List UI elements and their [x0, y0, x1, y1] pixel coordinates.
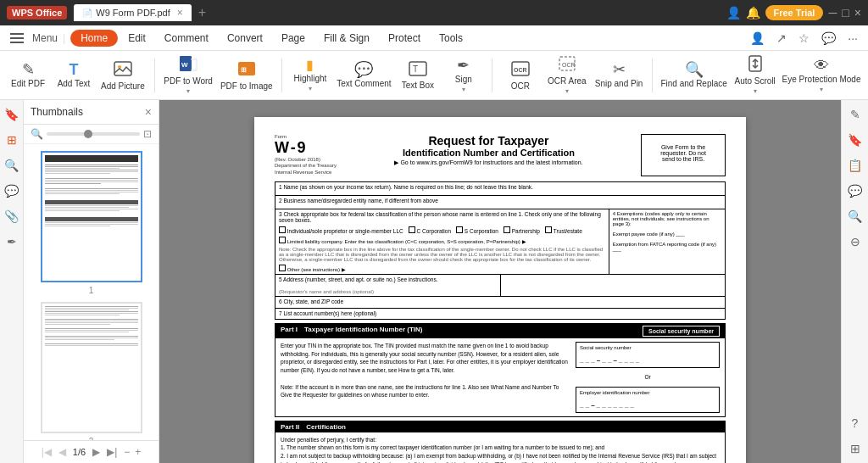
share-icon[interactable]: ↗: [773, 30, 790, 47]
thumbnail-page-2[interactable]: 2: [31, 302, 152, 440]
ocr-area-button[interactable]: OCR OCR Area ▾: [545, 52, 589, 98]
pdf-ein-dashes: _ _–_ _ _ _ _ _ _: [580, 400, 715, 410]
menu-comment[interactable]: Comment: [156, 29, 217, 47]
auto-scroll-button[interactable]: Auto Scroll ▾: [732, 52, 778, 98]
hamburger-menu[interactable]: [7, 30, 27, 47]
pdf-requester-field: [501, 275, 726, 296]
pdf-checkbox-trust[interactable]: [545, 226, 552, 233]
add-picture-button[interactable]: Add Picture: [98, 57, 147, 94]
add-tab-button[interactable]: +: [195, 5, 209, 20]
close-button[interactable]: ×: [854, 6, 861, 20]
snip-pin-button[interactable]: ✂ Snip and Pin: [593, 59, 645, 92]
snip-pin-label: Snip and Pin: [595, 79, 643, 88]
ellipsis-icon[interactable]: ···: [844, 30, 861, 47]
menu-label[interactable]: Menu: [32, 32, 58, 44]
pdf-field-1: 1 Name (as shown on your income tax retu…: [275, 182, 725, 196]
zoom-slider[interactable]: [47, 132, 140, 136]
free-trial-button[interactable]: Free Trial: [765, 5, 824, 20]
pdf-header: Form W-9 (Rev. October 2018) Department …: [275, 134, 726, 176]
comment-sidebar-icon[interactable]: 💬: [2, 181, 21, 200]
menu-home[interactable]: Home: [70, 30, 118, 47]
find-replace-button[interactable]: 🔍 Find and Replace: [659, 59, 728, 92]
thumbnails-list: 1: [24, 144, 159, 440]
pdf-to-image-button[interactable]: ⊞ PDF to Image: [218, 57, 275, 94]
bookmark-icon[interactable]: 🔖: [2, 105, 21, 124]
text-box-button[interactable]: T Text Box: [397, 58, 439, 93]
menu-protect[interactable]: Protect: [380, 29, 429, 47]
right-zoom-in-icon[interactable]: 🔍: [845, 207, 865, 226]
ocr-area-arrow: ▾: [565, 87, 569, 95]
wps-logo[interactable]: WPS Office: [7, 6, 67, 20]
pdf-title-main: Request for Taxpayer: [343, 134, 634, 148]
pdf-city-field: 6 City, state, and ZIP code: [275, 297, 725, 309]
text-comment-label: Text Comment: [337, 79, 391, 88]
menu-edit[interactable]: Edit: [120, 29, 154, 47]
pdf-checkbox-s-corp[interactable]: [456, 226, 463, 233]
chat-icon[interactable]: 💬: [818, 30, 839, 47]
pdf-ein-field: Employer identification number _ _–_ _ _…: [576, 387, 720, 413]
signature-icon[interactable]: ✒: [4, 232, 19, 251]
tab-close-icon[interactable]: ×: [177, 7, 183, 19]
menu-convert[interactable]: Convert: [219, 29, 271, 47]
reduce-thumbnail-button[interactable]: −: [124, 446, 130, 458]
menu-page[interactable]: Page: [273, 29, 314, 47]
pdf-ssn-field: Social security number _ _ _–_ _–_ _ _ _: [576, 342, 720, 368]
zoom-expand-icon[interactable]: ⊡: [143, 128, 152, 140]
pdf-checkbox-llc[interactable]: [279, 237, 286, 243]
pdf-to-word-button[interactable]: W PDF to Word ▾: [162, 52, 215, 98]
right-edit-icon[interactable]: ✎: [848, 105, 863, 124]
thumbnails-close-button[interactable]: ×: [145, 105, 152, 119]
add-text-button[interactable]: T Add Text: [53, 59, 95, 92]
zoom-thumb[interactable]: [84, 130, 92, 138]
right-page-icon[interactable]: 📋: [845, 156, 865, 175]
attachment-icon[interactable]: 📎: [2, 207, 21, 226]
menu-tools[interactable]: Tools: [431, 29, 471, 47]
right-zoom-out-icon[interactable]: ⊖: [848, 232, 863, 251]
sign-button[interactable]: ✒ Sign ▾: [442, 54, 485, 97]
highlight-button[interactable]: ▮ Highlight ▾: [289, 55, 331, 96]
pdf-checkbox-partnership[interactable]: [504, 226, 510, 233]
last-page-button[interactable]: ▶|: [107, 446, 117, 458]
pdf-ssn-dashes: _ _ _–_ _–_ _ _ _: [580, 355, 715, 365]
first-page-button[interactable]: |◀: [42, 446, 52, 458]
snip-pin-icon: ✂: [613, 62, 626, 77]
pdf-checkbox-other[interactable]: [279, 265, 286, 271]
person-icon[interactable]: 👤: [747, 30, 768, 47]
user-icon[interactable]: 👤: [726, 6, 741, 20]
svg-text:OCR: OCR: [514, 67, 527, 73]
pdf-checkbox-individual[interactable]: [279, 226, 286, 233]
page-indicator: 1/6: [73, 447, 86, 457]
right-expand-icon[interactable]: ⊞: [848, 439, 863, 458]
thumbnail-page-1[interactable]: 1: [31, 151, 152, 295]
next-page-button[interactable]: ▶: [92, 446, 100, 458]
eye-protection-button[interactable]: 👁 Eye Protection Mode ▾: [782, 54, 861, 97]
edit-pdf-button[interactable]: ✎ Edit PDF: [7, 59, 49, 92]
pdf-title-note: ▶ Go to www.irs.gov/FormW9 for instructi…: [343, 159, 634, 166]
right-help-icon[interactable]: ?: [849, 414, 861, 432]
toolbar: ✎ Edit PDF T Add Text Add Picture W PDF …: [0, 51, 868, 100]
minimize-button[interactable]: ─: [828, 6, 837, 20]
menu-fill-sign[interactable]: Fill & Sign: [315, 29, 378, 47]
thumbnail-icon[interactable]: ⊞: [4, 131, 19, 149]
thumbnail-img-2: [41, 302, 142, 433]
prev-page-button[interactable]: ◀: [58, 446, 66, 458]
pdf-part-2: Part II Certification Under penalties of…: [275, 421, 726, 463]
pdf-form-id: Form W-9 (Rev. October 2018) Department …: [275, 134, 337, 176]
search-sidebar-icon[interactable]: 🔍: [2, 156, 21, 175]
star-icon[interactable]: ☆: [795, 30, 813, 47]
ocr-button[interactable]: OCR OCR: [499, 57, 542, 94]
text-comment-button[interactable]: 💬 Text Comment: [335, 59, 393, 92]
left-sidebar-icons: 🔖 ⊞ 🔍 💬 📎 ✒: [0, 100, 24, 463]
active-tab[interactable]: 📄 W9 Form PDF.pdf ×: [74, 4, 191, 21]
pdf-checkbox-c-corp[interactable]: [409, 226, 415, 233]
maximize-button[interactable]: □: [842, 6, 849, 20]
document-area[interactable]: Form W-9 (Rev. October 2018) Department …: [159, 100, 841, 463]
zoom-out-icon[interactable]: 🔍: [31, 128, 43, 140]
notification-icon[interactable]: 🔔: [746, 6, 760, 20]
title-bar-left: WPS Office 📄 W9 Form PDF.pdf × +: [7, 4, 209, 21]
right-bookmark-icon[interactable]: 🔖: [845, 131, 865, 149]
ocr-area-icon: OCR: [558, 55, 576, 75]
right-comment-icon[interactable]: 💬: [845, 181, 865, 200]
eye-protection-arrow: ▾: [820, 86, 823, 93]
enlarge-thumbnail-button[interactable]: +: [135, 446, 141, 458]
